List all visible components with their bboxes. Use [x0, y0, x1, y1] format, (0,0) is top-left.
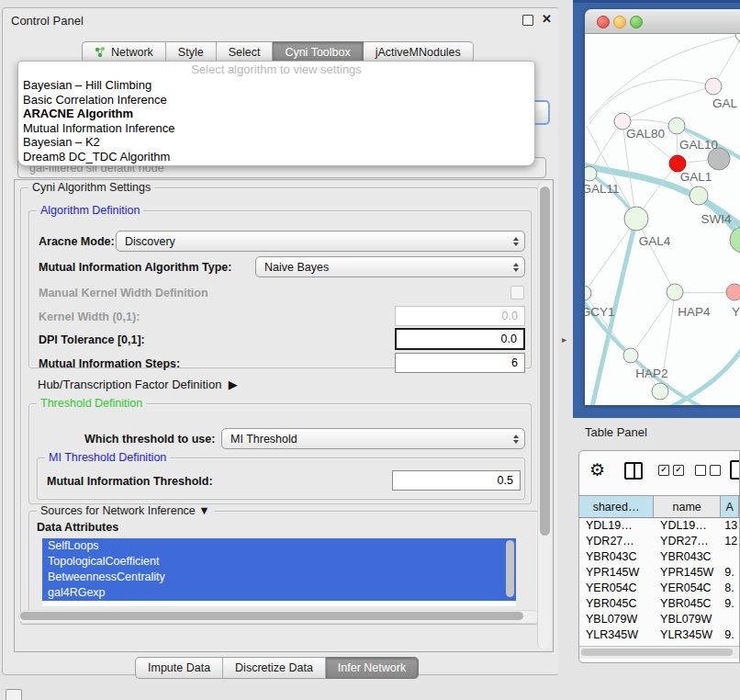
select-all-checkbox-icon[interactable]: ✓ [658, 465, 669, 476]
algorithm-option[interactable]: Bayesian – Hill Climbing [18, 78, 534, 93]
mi-threshold-field[interactable]: 0.5 [392, 470, 521, 491]
control-panel-titlebar: Control Panel ✕ [3, 8, 559, 34]
algorithm-dropdown-placeholder: Select algorithm to view settings [18, 62, 534, 78]
attribute-item[interactable]: BetweennessCentrality [42, 570, 516, 585]
network-node[interactable] [726, 284, 740, 300]
minimize-window-icon[interactable] [613, 16, 626, 28]
svg-text:GCY1: GCY1 [585, 305, 614, 319]
network-window-titlebar[interactable] [585, 9, 740, 34]
network-node-gal11[interactable] [585, 166, 597, 181]
network-node[interactable] [652, 383, 668, 400]
table-row[interactable]: YDR27… YDR27… 12 [579, 534, 739, 549]
tab-select[interactable]: Select [217, 41, 274, 62]
new-column-icon[interactable] [730, 460, 740, 480]
control-panel-title: Control Panel [11, 14, 84, 28]
table-row[interactable]: YER054C YER054C 8. [579, 581, 739, 596]
network-node[interactable] [735, 34, 740, 42]
tab-cyni-toolbox[interactable]: Cyni Toolbox [273, 41, 363, 62]
svg-text:Y: Y [732, 305, 740, 319]
network-node[interactable] [730, 227, 740, 253]
zoom-window-icon[interactable] [630, 16, 643, 28]
column-header-shared-name[interactable]: shared… [579, 495, 654, 518]
algorithm-option[interactable]: Dream8 DC_TDC Algorithm [18, 150, 534, 164]
svg-text:HAP2: HAP2 [635, 367, 667, 380]
select-all-checkbox-icon[interactable]: ✓ [673, 465, 684, 476]
cyni-algorithm-settings-title: Cyni Algorithm Settings [28, 181, 154, 194]
table-row[interactable]: YBR043C YBR043C [579, 549, 739, 565]
tab-network[interactable]: Network [82, 41, 166, 62]
mi-steps-field[interactable]: 6 [395, 353, 525, 373]
manual-kernel-checkbox[interactable] [510, 286, 524, 299]
svg-text:GAL11: GAL11 [585, 182, 620, 196]
collapse-arrow-icon: ▼ [198, 504, 209, 517]
algorithm-option[interactable]: Basic Correlation Inference [18, 93, 534, 107]
list-scrollbar[interactable] [506, 540, 514, 597]
float-panel-icon[interactable] [522, 15, 533, 26]
data-attributes-label: Data Attributes [37, 521, 118, 534]
cyni-algorithm-settings-group: Cyni Algorithm Settings Algorithm Defini… [20, 187, 538, 625]
table-row[interactable]: YPR145W YPR145W 9. [579, 565, 739, 581]
column-header-name[interactable]: name [654, 495, 721, 518]
sources-group: Sources for Network Inference ▼ Data Att… [28, 511, 539, 615]
tab-infer-network[interactable]: Infer Network [326, 657, 419, 679]
splitter-collapse-icon[interactable]: ▸ [562, 334, 566, 344]
attribute-item[interactable]: SelfLoops [42, 538, 516, 554]
combo-arrows-icon [513, 435, 519, 444]
mi-steps-label: Mutual Information Steps: [39, 357, 180, 370]
algorithm-option[interactable]: Bayesian – K2 [18, 135, 534, 150]
table-row[interactable]: YBL079W YBL079W [579, 612, 739, 627]
settings-vscrollbar[interactable] [537, 182, 551, 649]
which-threshold-combo[interactable]: MI Threshold [221, 428, 525, 449]
column-chooser-icon[interactable] [624, 462, 643, 480]
attribute-item[interactable]: gal4RGexp [42, 585, 516, 601]
sources-group-title[interactable]: Sources for Network Inference ▼ [37, 504, 214, 517]
mi-type-label: Mutual Information Algorithm Type: [39, 261, 231, 274]
network-node-swi4[interactable] [690, 186, 708, 205]
svg-text:HAP4: HAP4 [678, 305, 711, 319]
algorithm-option[interactable]: Mutual Information Inference [18, 121, 534, 136]
tab-jactivemnodules[interactable]: jActiveMNodules [364, 41, 474, 62]
table-row[interactable]: YBR045C YBR045C 9. [579, 596, 739, 612]
table-row[interactable]: YDL19… YDL19… 13 [579, 518, 739, 534]
deselect-all-checkbox-icon[interactable] [710, 465, 721, 476]
table-settings-gear-icon[interactable]: ⚙ [589, 459, 605, 480]
network-node[interactable] [705, 78, 722, 95]
deselect-all-checkbox-icon[interactable] [695, 465, 706, 476]
table-hscrollbar[interactable] [579, 646, 739, 659]
svg-text:GAL: GAL [712, 96, 738, 110]
table-panel-title: Table Panel [585, 425, 647, 439]
settings-hscrollbar[interactable] [18, 610, 540, 624]
algorithm-option-selected[interactable]: ARACNE Algorithm [18, 107, 534, 121]
attribute-item[interactable]: TopologicalCoefficient [42, 554, 516, 570]
mi-type-combo[interactable]: Naive Bayes [255, 256, 525, 277]
column-header-partial[interactable]: A [721, 495, 739, 518]
network-node-hap4[interactable] [667, 284, 683, 300]
network-node-gal4[interactable] [624, 207, 648, 231]
table-row[interactable]: YLR345W YLR345W 9. [579, 627, 739, 643]
close-window-icon[interactable] [597, 16, 610, 28]
dpi-tolerance-field[interactable]: 0.0 [395, 328, 525, 350]
hidden-panel-grip[interactable] [6, 689, 22, 700]
manual-kernel-label: Manual Kernel Width Definition [39, 287, 208, 299]
tab-style[interactable]: Style [166, 41, 217, 62]
threshold-definition-group: Threshold Definition Which threshold to … [28, 403, 532, 504]
algorithm-definition-title: Algorithm Definition [37, 204, 143, 217]
close-panel-icon[interactable]: ✕ [542, 12, 552, 26]
aracne-mode-combo[interactable]: Discovery [116, 231, 525, 252]
cyni-bottom-tabbar: Impute Data Discretize Data Infer Networ… [135, 657, 419, 679]
kernel-width-field: 0.0 [395, 306, 525, 326]
network-node-gcy1[interactable] [585, 286, 591, 300]
mi-threshold-group: MI Threshold Definition Mutual Informati… [37, 457, 525, 500]
table-header-row: shared… name A [579, 495, 739, 518]
tab-network-label: Network [111, 46, 153, 59]
aracne-mode-label: Aracne Mode: [39, 235, 115, 248]
hub-tf-definition-toggle[interactable]: Hub/Transcription Factor Definition ▶ [38, 378, 238, 391]
network-icon [95, 46, 107, 58]
network-node-gal10[interactable] [668, 118, 685, 134]
network-node-hap2[interactable] [623, 348, 638, 363]
tab-impute-data[interactable]: Impute Data [135, 657, 223, 679]
network-canvas[interactable]: GAL GAL80 GAL10 GAL1 GAL11 SWI4 GAL4 GCY… [585, 34, 740, 405]
table-panel-window: ⚙ ✓ ✓ shared… name A YDL19… YDL19… 13 YD… [578, 450, 740, 663]
mi-threshold-group-title: MI Threshold Definition [45, 451, 170, 464]
tab-discretize-data[interactable]: Discretize Data [223, 657, 326, 679]
